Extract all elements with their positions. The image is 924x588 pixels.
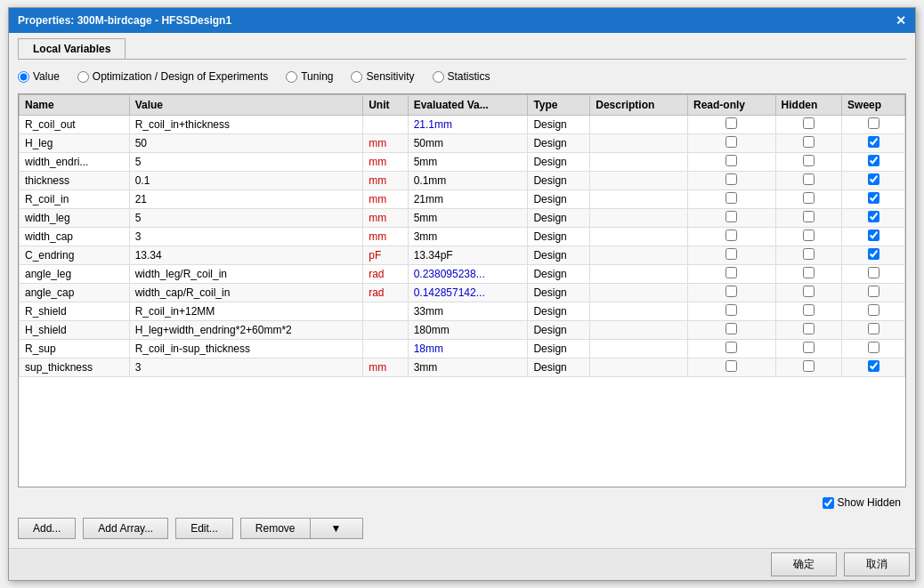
- cell-hidden[interactable]: [775, 116, 842, 134]
- cell-sweep[interactable]: [842, 246, 905, 265]
- radio-group: Value Optimization / Design of Experimen…: [18, 67, 906, 86]
- cell-readonly[interactable]: [687, 321, 775, 340]
- radio-optimization[interactable]: Optimization / Design of Experiments: [77, 70, 268, 83]
- cell-readonly[interactable]: [687, 172, 775, 190]
- table-row[interactable]: sup_thickness 3 mm 3mm Design: [20, 358, 905, 377]
- remove-button[interactable]: Remove: [240, 518, 310, 539]
- cell-readonly[interactable]: [687, 265, 775, 284]
- cell-name: R_coil_in: [20, 190, 130, 209]
- cell-readonly[interactable]: [687, 246, 775, 265]
- cell-readonly[interactable]: [687, 358, 775, 377]
- cell-value: 50: [129, 134, 363, 153]
- cell-sweep[interactable]: [842, 284, 905, 302]
- remove-dropdown-button[interactable]: ▼: [310, 518, 363, 539]
- cancel-button[interactable]: 取消: [844, 552, 910, 576]
- table-row[interactable]: R_sup R_coil_in-sup_thickness 18mm Desig…: [20, 340, 905, 358]
- cell-hidden[interactable]: [775, 358, 842, 377]
- cell-value: 3: [129, 358, 363, 377]
- cell-hidden[interactable]: [775, 302, 842, 321]
- cell-name: width_endri...: [20, 153, 130, 172]
- cell-sweep[interactable]: [842, 340, 905, 358]
- cell-readonly[interactable]: [687, 116, 775, 134]
- cell-hidden[interactable]: [775, 265, 842, 284]
- cell-type: Design: [528, 209, 590, 228]
- cell-name: angle_cap: [20, 284, 130, 302]
- cell-name: width_cap: [20, 228, 130, 246]
- cell-sweep[interactable]: [842, 209, 905, 228]
- close-button[interactable]: ✕: [896, 13, 906, 28]
- cell-sweep[interactable]: [842, 228, 905, 246]
- add-array-button[interactable]: Add Array...: [83, 518, 168, 539]
- cell-readonly[interactable]: [687, 228, 775, 246]
- ok-button[interactable]: 确定: [771, 552, 837, 576]
- cell-readonly[interactable]: [687, 134, 775, 153]
- table-header-row: Name Value Unit Evaluated Va... Type Des…: [20, 95, 905, 116]
- cell-sweep[interactable]: [842, 358, 905, 377]
- show-hidden-label[interactable]: Show Hidden: [823, 496, 901, 509]
- table-row[interactable]: H_leg 50 mm 50mm Design: [20, 134, 905, 153]
- cell-evaluated: 21.1mm: [408, 116, 528, 134]
- cell-sweep[interactable]: [842, 134, 905, 153]
- table-row[interactable]: width_endri... 5 mm 5mm Design: [20, 153, 905, 172]
- cell-hidden[interactable]: [775, 321, 842, 340]
- col-type: Type: [528, 95, 590, 116]
- table-row[interactable]: R_coil_in 21 mm 21mm Design: [20, 190, 905, 209]
- table-row[interactable]: angle_cap width_cap/R_coil_in rad 0.1428…: [20, 284, 905, 302]
- cell-unit: mm: [363, 228, 408, 246]
- main-dialog: Properties: 300M-birdcage - HFSSDesign1 …: [8, 7, 916, 581]
- cell-evaluated: 18mm: [408, 340, 528, 358]
- table-row[interactable]: H_shield H_leg+width_endring*2+60mm*2 18…: [20, 321, 905, 340]
- cell-sweep[interactable]: [842, 321, 905, 340]
- cell-hidden[interactable]: [775, 340, 842, 358]
- cell-hidden[interactable]: [775, 246, 842, 265]
- cell-hidden[interactable]: [775, 284, 842, 302]
- tab-local-variables[interactable]: Local Variables: [18, 38, 126, 59]
- cell-sweep[interactable]: [842, 172, 905, 190]
- table-row[interactable]: width_leg 5 mm 5mm Design: [20, 209, 905, 228]
- cell-sweep[interactable]: [842, 116, 905, 134]
- table-row[interactable]: angle_leg width_leg/R_coil_in rad 0.2380…: [20, 265, 905, 284]
- cell-type: Design: [528, 228, 590, 246]
- cell-hidden[interactable]: [775, 209, 842, 228]
- radio-sensitivity[interactable]: Sensitivity: [351, 70, 414, 83]
- cell-sweep[interactable]: [842, 302, 905, 321]
- cell-hidden[interactable]: [775, 153, 842, 172]
- variables-table-container: Name Value Unit Evaluated Va... Type Des…: [18, 93, 906, 487]
- table-row[interactable]: thickness 0.1 mm 0.1mm Design: [20, 172, 905, 190]
- cell-readonly[interactable]: [687, 209, 775, 228]
- title-bar: Properties: 300M-birdcage - HFSSDesign1 …: [9, 8, 915, 33]
- cell-evaluated: 21mm: [408, 190, 528, 209]
- cell-hidden[interactable]: [775, 190, 842, 209]
- cell-readonly[interactable]: [687, 284, 775, 302]
- cell-sweep[interactable]: [842, 153, 905, 172]
- cell-sweep[interactable]: [842, 265, 905, 284]
- cell-hidden[interactable]: [775, 172, 842, 190]
- cell-sweep[interactable]: [842, 190, 905, 209]
- cell-type: Design: [528, 172, 590, 190]
- table-row[interactable]: R_coil_out R_coil_in+thickness 21.1mm De…: [20, 116, 905, 134]
- cell-readonly[interactable]: [687, 302, 775, 321]
- table-row[interactable]: R_shield R_coil_in+12MM 33mm Design: [20, 302, 905, 321]
- cell-readonly[interactable]: [687, 340, 775, 358]
- radio-statistics[interactable]: Statistics: [433, 70, 490, 83]
- cell-value: 5: [129, 209, 363, 228]
- cell-hidden[interactable]: [775, 134, 842, 153]
- cell-unit: rad: [363, 284, 408, 302]
- cell-unit: pF: [363, 246, 408, 265]
- radio-value[interactable]: Value: [18, 70, 60, 83]
- show-hidden-checkbox[interactable]: [823, 497, 834, 509]
- cell-name: H_leg: [20, 134, 130, 153]
- cell-evaluated: 50mm: [408, 134, 528, 153]
- cell-unit: rad: [363, 265, 408, 284]
- add-button[interactable]: Add...: [18, 518, 76, 539]
- edit-button[interactable]: Edit...: [175, 518, 233, 539]
- cell-type: Design: [528, 302, 590, 321]
- cell-readonly[interactable]: [687, 153, 775, 172]
- table-row[interactable]: width_cap 3 mm 3mm Design: [20, 228, 905, 246]
- cell-readonly[interactable]: [687, 190, 775, 209]
- cell-evaluated: 5mm: [408, 153, 528, 172]
- cell-value: 13.34: [129, 246, 363, 265]
- table-row[interactable]: C_endring 13.34 pF 13.34pF Design: [20, 246, 905, 265]
- radio-tuning[interactable]: Tuning: [286, 70, 333, 83]
- cell-hidden[interactable]: [775, 228, 842, 246]
